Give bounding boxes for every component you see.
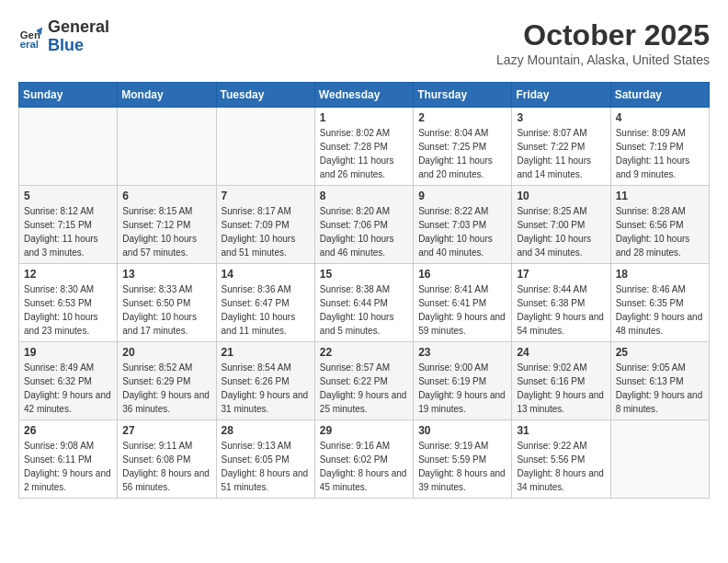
weekday-header: Saturday	[610, 83, 709, 108]
sunrise-text: Sunrise: 8:46 AM	[616, 284, 686, 294]
month-title: October 2025	[496, 18, 710, 52]
calendar-cell: 13 Sunrise: 8:33 AM Sunset: 6:50 PM Dayl…	[118, 264, 216, 342]
day-info: Sunrise: 8:07 AM Sunset: 7:22 PM Dayligh…	[517, 126, 605, 181]
calendar-week-row: 1 Sunrise: 8:02 AM Sunset: 7:28 PM Dayli…	[19, 108, 710, 186]
sunset-text: Sunset: 6:35 PM	[616, 298, 684, 308]
sunrise-text: Sunrise: 8:30 AM	[24, 284, 94, 294]
daylight-text: Daylight: 11 hours and 14 minutes.	[517, 155, 591, 179]
weekday-header: Tuesday	[216, 83, 314, 108]
calendar-cell: 3 Sunrise: 8:07 AM Sunset: 7:22 PM Dayli…	[512, 108, 610, 186]
day-number: 17	[517, 268, 605, 281]
day-number: 29	[320, 424, 408, 437]
day-info: Sunrise: 9:19 AM Sunset: 5:59 PM Dayligh…	[418, 439, 506, 494]
day-number: 22	[320, 346, 408, 359]
daylight-text: Daylight: 9 hours and 31 minutes.	[222, 390, 309, 414]
day-number: 3	[517, 111, 605, 124]
day-info: Sunrise: 9:13 AM Sunset: 6:05 PM Dayligh…	[222, 439, 310, 494]
weekday-header: Wednesday	[314, 83, 413, 108]
daylight-text: Daylight: 10 hours and 51 minutes.	[222, 234, 296, 258]
logo-icon: Gen eral	[18, 24, 44, 50]
logo-text: General Blue	[48, 18, 109, 55]
sunrise-text: Sunrise: 8:25 AM	[517, 206, 586, 216]
calendar-cell: 9 Sunrise: 8:22 AM Sunset: 7:03 PM Dayli…	[414, 186, 512, 264]
calendar-cell: 18 Sunrise: 8:46 AM Sunset: 6:35 PM Dayl…	[610, 264, 709, 342]
calendar-week-row: 19 Sunrise: 8:49 AM Sunset: 6:32 PM Dayl…	[19, 342, 710, 420]
calendar-cell: 22 Sunrise: 8:57 AM Sunset: 6:22 PM Dayl…	[314, 342, 413, 420]
daylight-text: Daylight: 10 hours and 23 minutes.	[24, 312, 98, 336]
sunset-text: Sunset: 7:06 PM	[320, 220, 388, 230]
day-info: Sunrise: 8:22 AM Sunset: 7:03 PM Dayligh…	[418, 204, 506, 259]
calendar-cell: 20 Sunrise: 8:52 AM Sunset: 6:29 PM Dayl…	[118, 342, 216, 420]
sunrise-text: Sunrise: 9:02 AM	[517, 362, 586, 373]
sunrise-text: Sunrise: 9:11 AM	[122, 441, 192, 451]
calendar-cell: 26 Sunrise: 9:08 AM Sunset: 6:11 PM Dayl…	[19, 420, 118, 499]
day-number: 18	[616, 268, 704, 281]
calendar-cell: 31 Sunrise: 9:22 AM Sunset: 5:56 PM Dayl…	[512, 420, 610, 499]
calendar: SundayMondayTuesdayWednesdayThursdayFrid…	[18, 82, 710, 499]
calendar-cell: 17 Sunrise: 8:44 AM Sunset: 6:38 PM Dayl…	[512, 264, 610, 342]
sunset-text: Sunset: 6:16 PM	[517, 376, 585, 386]
day-info: Sunrise: 9:05 AM Sunset: 6:13 PM Dayligh…	[616, 361, 704, 416]
day-info: Sunrise: 8:46 AM Sunset: 6:35 PM Dayligh…	[616, 282, 704, 338]
day-number: 26	[24, 424, 112, 437]
calendar-week-row: 12 Sunrise: 8:30 AM Sunset: 6:53 PM Dayl…	[19, 264, 710, 342]
sunset-text: Sunset: 7:09 PM	[222, 220, 290, 230]
location: Lazy Mountain, Alaska, United States	[496, 52, 710, 67]
calendar-cell: 15 Sunrise: 8:38 AM Sunset: 6:44 PM Dayl…	[314, 264, 413, 342]
day-number: 31	[517, 424, 605, 437]
sunrise-text: Sunrise: 8:04 AM	[418, 128, 488, 138]
daylight-text: Daylight: 9 hours and 13 minutes.	[517, 390, 604, 414]
day-info: Sunrise: 8:28 AM Sunset: 6:56 PM Dayligh…	[616, 204, 704, 259]
sunrise-text: Sunrise: 8:49 AM	[24, 362, 94, 373]
day-number: 13	[122, 268, 210, 281]
calendar-cell: 5 Sunrise: 8:12 AM Sunset: 7:15 PM Dayli…	[19, 186, 118, 264]
daylight-text: Daylight: 10 hours and 34 minutes.	[517, 234, 591, 258]
calendar-cell: 30 Sunrise: 9:19 AM Sunset: 5:59 PM Dayl…	[414, 420, 512, 499]
sunrise-text: Sunrise: 8:57 AM	[320, 362, 390, 373]
day-number: 5	[24, 190, 112, 202]
sunset-text: Sunset: 6:38 PM	[517, 298, 585, 308]
sunrise-text: Sunrise: 9:00 AM	[418, 362, 488, 373]
day-number: 9	[418, 190, 506, 202]
sunset-text: Sunset: 6:22 PM	[320, 376, 388, 386]
day-number: 24	[517, 346, 605, 359]
sunset-text: Sunset: 6:41 PM	[418, 298, 486, 308]
sunrise-text: Sunrise: 8:52 AM	[122, 362, 192, 373]
calendar-cell	[118, 108, 216, 186]
sunrise-text: Sunrise: 8:33 AM	[122, 284, 192, 294]
daylight-text: Daylight: 9 hours and 54 minutes.	[517, 312, 604, 336]
day-info: Sunrise: 9:02 AM Sunset: 6:16 PM Dayligh…	[517, 361, 605, 416]
day-info: Sunrise: 8:12 AM Sunset: 7:15 PM Dayligh…	[24, 204, 112, 259]
daylight-text: Daylight: 11 hours and 3 minutes.	[24, 234, 98, 258]
calendar-cell: 21 Sunrise: 8:54 AM Sunset: 6:26 PM Dayl…	[216, 342, 314, 420]
day-number: 30	[418, 424, 506, 437]
sunrise-text: Sunrise: 8:09 AM	[616, 128, 686, 138]
sunset-text: Sunset: 6:08 PM	[122, 454, 190, 465]
sunset-text: Sunset: 7:12 PM	[122, 220, 190, 230]
day-info: Sunrise: 9:08 AM Sunset: 6:11 PM Dayligh…	[24, 439, 112, 494]
daylight-text: Daylight: 9 hours and 19 minutes.	[418, 390, 506, 414]
day-info: Sunrise: 8:33 AM Sunset: 6:50 PM Dayligh…	[122, 282, 210, 338]
sunset-text: Sunset: 6:29 PM	[122, 376, 190, 386]
day-number: 27	[122, 424, 210, 437]
daylight-text: Daylight: 9 hours and 59 minutes.	[418, 312, 506, 336]
calendar-cell: 1 Sunrise: 8:02 AM Sunset: 7:28 PM Dayli…	[314, 108, 413, 186]
sunset-text: Sunset: 6:02 PM	[320, 454, 388, 465]
daylight-text: Daylight: 9 hours and 36 minutes.	[122, 390, 210, 414]
sunset-text: Sunset: 7:03 PM	[418, 220, 486, 230]
calendar-cell	[216, 108, 314, 186]
day-info: Sunrise: 8:30 AM Sunset: 6:53 PM Dayligh…	[24, 282, 112, 338]
sunset-text: Sunset: 6:47 PM	[222, 298, 290, 308]
day-info: Sunrise: 8:49 AM Sunset: 6:32 PM Dayligh…	[24, 361, 112, 416]
logo: Gen eral General Blue	[18, 18, 109, 55]
day-number: 28	[222, 424, 310, 437]
sunrise-text: Sunrise: 8:17 AM	[222, 206, 291, 216]
day-number: 10	[517, 190, 605, 202]
day-info: Sunrise: 8:44 AM Sunset: 6:38 PM Dayligh…	[517, 282, 605, 338]
day-number: 25	[616, 346, 704, 359]
daylight-text: Daylight: 11 hours and 9 minutes.	[616, 155, 690, 179]
sunrise-text: Sunrise: 8:20 AM	[320, 206, 390, 216]
sunrise-text: Sunrise: 8:36 AM	[222, 284, 291, 294]
sunset-text: Sunset: 6:11 PM	[24, 454, 92, 465]
logo-line2: Blue	[48, 37, 109, 55]
